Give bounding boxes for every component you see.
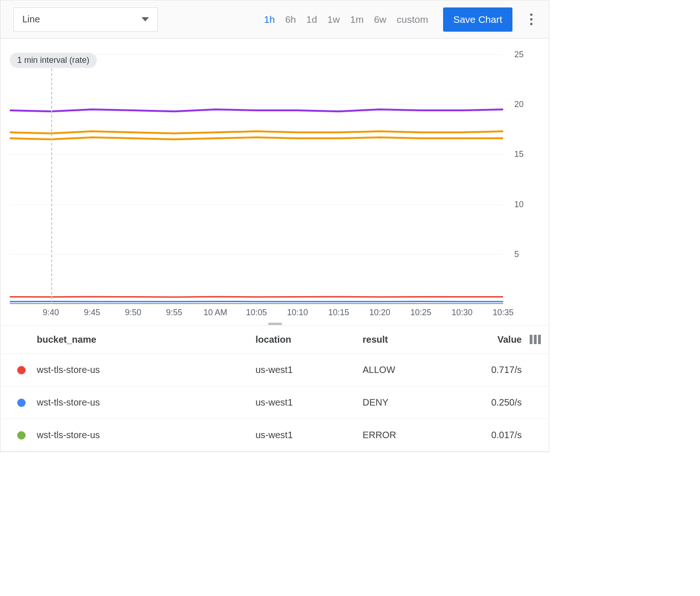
- legend-value: 0.250/s: [470, 397, 525, 408]
- legend-row[interactable]: wst-tls-store-usus-west1ALLOW0.717/s: [0, 354, 549, 386]
- more-options-icon[interactable]: [522, 14, 540, 25]
- legend-bucket: wst-tls-store-us: [37, 397, 256, 408]
- y-tick: 25: [506, 50, 540, 60]
- x-tick: 10 AM: [203, 308, 227, 318]
- interval-pill: 1 min interval (rate): [10, 53, 97, 68]
- x-tick: 9:55: [166, 308, 182, 318]
- range-6h[interactable]: 6h: [285, 14, 296, 25]
- series-svg: [10, 54, 503, 304]
- legend-header-result: result: [363, 334, 470, 345]
- legend-location: us-west1: [256, 397, 363, 408]
- legend-row[interactable]: wst-tls-store-usus-west1ERROR0.017/s: [0, 419, 549, 452]
- series-color-dot: [17, 431, 26, 440]
- gridline: [10, 204, 503, 205]
- save-chart-button[interactable]: Save Chart: [443, 7, 512, 32]
- x-tick: 10:20: [369, 308, 390, 318]
- line-chart[interactable]: 9:409:459:509:5510 AM10:0510:1010:1510:2…: [10, 54, 540, 320]
- plot-inner: [10, 54, 503, 304]
- legend-result: DENY: [363, 397, 470, 408]
- x-tick: 10:10: [287, 308, 308, 318]
- resize-handle-icon[interactable]: [268, 323, 282, 325]
- legend-header-value: Value: [470, 334, 525, 345]
- y-tick: 10: [506, 199, 540, 209]
- series-color-dot: [17, 399, 26, 407]
- gridline: [10, 254, 503, 255]
- metrics-panel: Line 1h6h1d1w1m6wcustom Save Chart 1 min…: [0, 0, 549, 452]
- legend-header-bucket: bucket_name: [37, 334, 256, 345]
- legend-result: ALLOW: [363, 365, 470, 375]
- range-1h[interactable]: 1h: [264, 14, 275, 25]
- x-tick: 9:50: [125, 308, 141, 318]
- legend-bucket: wst-tls-store-us: [37, 430, 256, 440]
- legend-header-row: bucket_name location result Value: [0, 325, 549, 354]
- y-tick: 20: [506, 100, 540, 109]
- series-ALLOW: [10, 297, 503, 297]
- range-1d[interactable]: 1d: [306, 14, 317, 25]
- range-custom[interactable]: custom: [397, 14, 428, 25]
- chart-toolbar: Line 1h6h1d1w1m6wcustom Save Chart: [0, 0, 549, 39]
- legend-header-location: location: [256, 334, 363, 345]
- x-axis: 9:409:459:509:5510 AM10:0510:1010:1510:2…: [10, 305, 503, 320]
- x-tick: 10:35: [492, 308, 513, 318]
- range-1w[interactable]: 1w: [327, 14, 340, 25]
- series-color-dot: [17, 366, 26, 374]
- legend-value: 0.717/s: [470, 365, 525, 375]
- x-tick: 10:15: [328, 308, 349, 318]
- x-tick: 10:30: [451, 308, 472, 318]
- legend-location: us-west1: [256, 365, 363, 375]
- legend-result: ERROR: [363, 430, 470, 440]
- time-cursor: [51, 54, 52, 304]
- legend-value: 0.017/s: [470, 430, 525, 440]
- dropdown-icon: [141, 17, 149, 21]
- gridline: [10, 154, 503, 155]
- legend-body: wst-tls-store-usus-west1ALLOW0.717/swst-…: [0, 354, 549, 452]
- series-orange-upper: [10, 131, 503, 133]
- x-tick: 10:25: [411, 308, 431, 318]
- x-tick: 9:45: [84, 308, 100, 318]
- series-purple: [10, 109, 503, 111]
- chart-type-select[interactable]: Line: [13, 7, 158, 32]
- y-tick: 5: [506, 249, 540, 259]
- legend-bucket: wst-tls-store-us: [37, 365, 256, 375]
- chart-type-value: Line: [22, 14, 40, 25]
- x-tick: 9:40: [43, 308, 59, 318]
- chart-area: 1 min interval (rate) 9:409:459:509:5510…: [0, 39, 549, 325]
- columns-icon[interactable]: [525, 335, 549, 344]
- y-tick: 15: [506, 149, 540, 159]
- series-orange-lower: [10, 137, 503, 139]
- range-1m[interactable]: 1m: [350, 14, 363, 25]
- time-range-group: 1h6h1d1w1m6wcustom: [264, 14, 443, 25]
- legend-row[interactable]: wst-tls-store-usus-west1DENY0.250/s: [0, 386, 549, 419]
- x-tick: 10:05: [246, 308, 267, 318]
- gridline: [10, 104, 503, 105]
- legend-location: us-west1: [256, 430, 363, 440]
- range-6w[interactable]: 6w: [374, 14, 386, 25]
